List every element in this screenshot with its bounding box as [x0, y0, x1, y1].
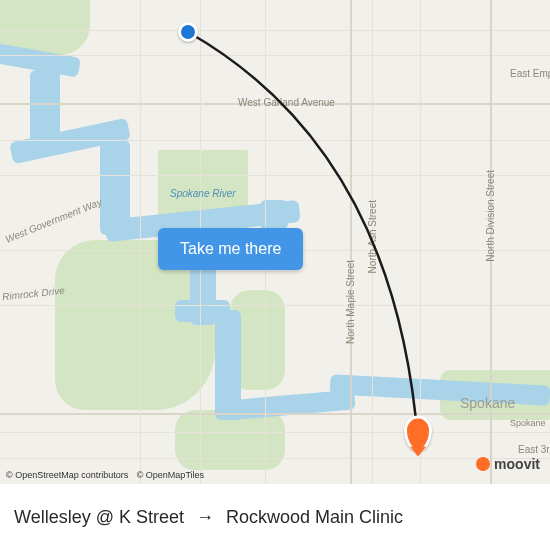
moovit-logo[interactable]: moovit	[476, 456, 540, 472]
attrib-osm[interactable]: © OpenStreetMap contributors	[6, 470, 128, 480]
route-from: Wellesley @ K Street	[14, 507, 184, 528]
moovit-logo-text: moovit	[494, 456, 540, 472]
map-attribution: © OpenStreetMap contributors © OpenMapTi…	[6, 470, 210, 480]
attrib-omt[interactable]: © OpenMapTiles	[137, 470, 204, 480]
arrow-icon: →	[196, 507, 214, 528]
origin-marker[interactable]	[178, 22, 198, 42]
map[interactable]: West Garland Avenue East Emp Spokane Riv…	[0, 0, 550, 484]
take-me-there-button[interactable]: Take me there	[158, 228, 303, 270]
moovit-logo-icon	[476, 457, 490, 471]
route-footer: Wellesley @ K Street → Rockwood Main Cli…	[0, 484, 550, 550]
route-to: Rockwood Main Clinic	[226, 507, 403, 528]
